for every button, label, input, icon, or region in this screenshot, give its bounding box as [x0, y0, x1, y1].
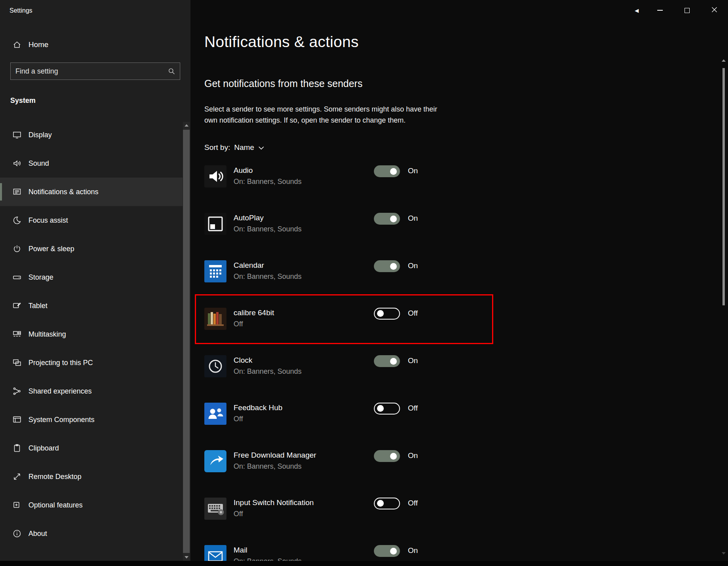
autoplay-app-icon	[204, 213, 226, 235]
sender-row-feedback-hub: Feedback Hub Off Off	[204, 403, 671, 450]
minimize-button[interactable]	[646, 0, 673, 21]
home-icon	[12, 40, 22, 50]
free-download-manager-toggle[interactable]	[374, 450, 400, 462]
input-switch-toggle[interactable]	[374, 498, 400, 509]
settings-window: Settings Home System Display Sound	[0, 0, 728, 566]
close-icon	[711, 7, 717, 14]
autoplay-toggle[interactable]	[374, 213, 400, 225]
sidebar-item-tablet[interactable]: Tablet	[0, 292, 183, 320]
sidebar-item-projecting[interactable]: Projecting to this PC	[0, 348, 183, 377]
titlebar-controls: ◀	[627, 0, 728, 21]
clock-toggle[interactable]	[374, 355, 400, 367]
sidebar-item-storage[interactable]: Storage	[0, 263, 183, 292]
sidebar-item-about[interactable]: About	[0, 519, 183, 548]
sender-row-autoplay: AutoPlay On: Banners, Sounds On	[204, 213, 671, 260]
sender-row-input-switch: Input Switch Notification Off Off	[204, 498, 671, 545]
sidebar-nav: Display Sound Notifications & actions Fo…	[0, 121, 183, 548]
power-icon	[12, 244, 22, 254]
audio-toggle[interactable]	[374, 165, 400, 177]
system-components-icon	[12, 415, 22, 425]
mail-toggle[interactable]	[374, 545, 400, 557]
free-download-manager-app-icon	[204, 450, 226, 472]
section-heading: Get notifications from these senders	[204, 78, 362, 89]
calibre-app-icon	[204, 308, 226, 330]
sidebar-item-shared-experiences[interactable]: Shared experiences	[0, 377, 183, 405]
sidebar-item-remote-desktop[interactable]: Remote Desktop	[0, 462, 183, 491]
scroll-down-icon[interactable]	[185, 556, 189, 558]
page-title: Notifications & actions	[204, 33, 359, 51]
clock-app-icon	[204, 355, 226, 377]
calibre-toggle[interactable]	[374, 308, 400, 320]
audio-app-icon	[204, 165, 226, 187]
toggle-state-label: Off	[408, 404, 418, 413]
back-arrow-icon[interactable]: ◀	[627, 0, 646, 21]
focus-assist-icon	[12, 215, 22, 225]
sidebar-scrollbar[interactable]	[183, 122, 190, 561]
sidebar-item-system-components[interactable]: System Components	[0, 405, 183, 434]
calendar-toggle[interactable]	[374, 260, 400, 272]
toggle-knob	[390, 168, 397, 175]
clipboard-icon	[12, 443, 22, 453]
chevron-down-icon	[258, 143, 264, 152]
sort-by-label: Sort by:	[204, 143, 230, 152]
toggle-state-label: On	[408, 451, 418, 460]
sidebar-item-home[interactable]: Home	[4, 36, 186, 54]
storage-icon	[12, 272, 22, 282]
toggle-state-label: On	[408, 261, 418, 270]
projecting-icon	[12, 358, 22, 368]
scroll-up-icon[interactable]	[722, 59, 726, 62]
sidebar-scrollbar-thumb[interactable]	[183, 130, 190, 553]
sidebar-item-sound[interactable]: Sound	[0, 149, 183, 178]
sender-row-free-download-manager: Free Download Manager On: Banners, Sound…	[204, 450, 671, 498]
search-input[interactable]	[11, 67, 163, 76]
sidebar-section-label: System	[10, 97, 36, 105]
section-description: Select a sender to see more settings. So…	[204, 104, 449, 126]
feedback-hub-toggle[interactable]	[374, 403, 400, 415]
remote-desktop-icon	[12, 471, 22, 482]
sidebar-item-notifications-actions[interactable]: Notifications & actions	[0, 178, 183, 206]
notifications-icon	[12, 187, 22, 197]
toggle-knob	[390, 548, 397, 555]
main-scrollbar-thumb[interactable]	[722, 68, 725, 305]
sort-dropdown[interactable]: Name	[234, 143, 264, 152]
display-icon	[12, 130, 22, 140]
minimize-icon	[657, 10, 663, 11]
sort-value: Name	[234, 143, 254, 152]
toggle-state-label: On	[408, 167, 418, 175]
sidebar: Settings Home System Display Sound	[0, 0, 190, 561]
maximize-icon	[685, 8, 690, 13]
main-scrollbar[interactable]	[719, 0, 728, 561]
shared-experiences-icon	[12, 386, 22, 396]
search-box	[10, 62, 180, 80]
toggle-knob	[390, 263, 397, 270]
toggle-state-label: On	[408, 214, 418, 223]
sidebar-home-label: Home	[28, 40, 49, 49]
sidebar-item-display[interactable]: Display	[0, 121, 183, 149]
maximize-button[interactable]	[673, 0, 701, 21]
sender-row-calendar: Calendar On: Banners, Sounds On	[204, 260, 671, 308]
optional-features-icon	[12, 500, 22, 510]
sidebar-item-clipboard[interactable]: Clipboard	[0, 434, 183, 462]
scroll-up-icon[interactable]	[185, 124, 189, 127]
main-content: Notifications & actions Get notification…	[190, 0, 728, 566]
toggle-state-label: On	[408, 546, 418, 555]
sidebar-item-optional-features[interactable]: Optional features	[0, 491, 183, 519]
multitasking-icon	[12, 329, 22, 339]
feedback-hub-app-icon	[204, 403, 226, 425]
sound-icon	[12, 158, 22, 168]
sidebar-item-multitasking[interactable]: Multitasking	[0, 320, 183, 348]
toggle-knob	[377, 500, 384, 507]
scroll-down-icon[interactable]	[722, 552, 726, 555]
input-switch-app-icon	[204, 498, 226, 520]
search-icon[interactable]	[163, 67, 180, 76]
sidebar-item-power-sleep[interactable]: Power & sleep	[0, 235, 183, 263]
sender-row-clock: Clock On: Banners, Sounds On	[204, 355, 671, 403]
toggle-knob	[377, 310, 384, 317]
sidebar-item-focus-assist[interactable]: Focus assist	[0, 206, 183, 235]
toggle-state-label: Off	[408, 309, 418, 318]
toggle-state-label: On	[408, 356, 418, 365]
sender-row-calibre: calibre 64bit Off Off	[204, 308, 671, 355]
about-icon	[12, 528, 22, 539]
close-button[interactable]	[701, 0, 728, 21]
toggle-knob	[390, 216, 397, 222]
